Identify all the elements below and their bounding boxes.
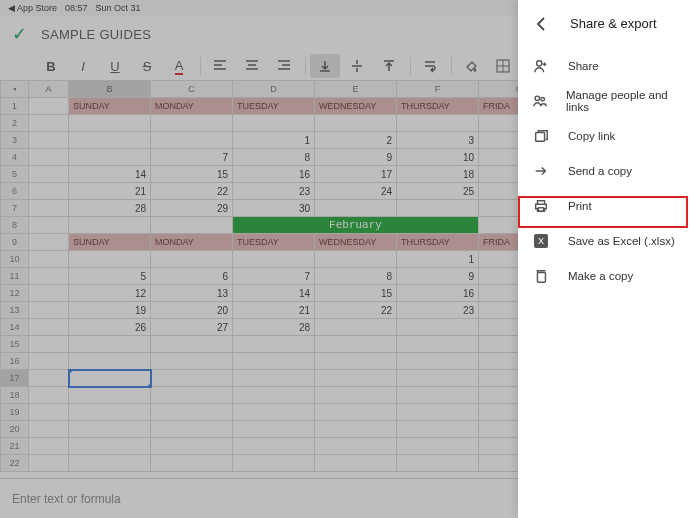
menu-item-save-excel[interactable]: X Save as Excel (.xlsx) (518, 223, 690, 258)
menu-item-copy-link[interactable]: Copy link (518, 118, 690, 153)
excel-icon: X (532, 232, 550, 250)
menu-label: Send a copy (568, 165, 632, 177)
svg-rect-6 (537, 272, 545, 282)
menu-item-print[interactable]: Print (518, 188, 690, 223)
svg-point-1 (537, 60, 542, 65)
menu-label: Copy link (568, 130, 615, 142)
send-icon (532, 162, 550, 180)
svg-rect-4 (536, 132, 545, 141)
menu-item-make-copy[interactable]: Make a copy (518, 258, 690, 293)
link-icon (532, 127, 550, 145)
person-plus-icon (532, 57, 550, 75)
menu-item-send-copy[interactable]: Send a copy (518, 153, 690, 188)
menu-label: Print (568, 200, 592, 212)
menu-label: Save as Excel (.xlsx) (568, 235, 675, 247)
menu-item-manage[interactable]: Manage people and links (518, 83, 690, 118)
menu-item-share[interactable]: Share (518, 48, 690, 83)
svg-point-3 (541, 97, 545, 101)
menu-label: Share (568, 60, 599, 72)
back-icon[interactable] (532, 14, 552, 34)
menu-label: Make a copy (568, 270, 633, 282)
people-icon (532, 92, 548, 110)
print-icon (532, 197, 550, 215)
svg-rect-5 (538, 207, 543, 211)
panel-title: Share & export (570, 16, 657, 31)
share-export-panel: Share & export Share Manage people and l… (518, 0, 690, 518)
copy-icon (532, 267, 550, 285)
menu-label: Manage people and links (566, 89, 676, 113)
svg-point-2 (535, 96, 539, 100)
